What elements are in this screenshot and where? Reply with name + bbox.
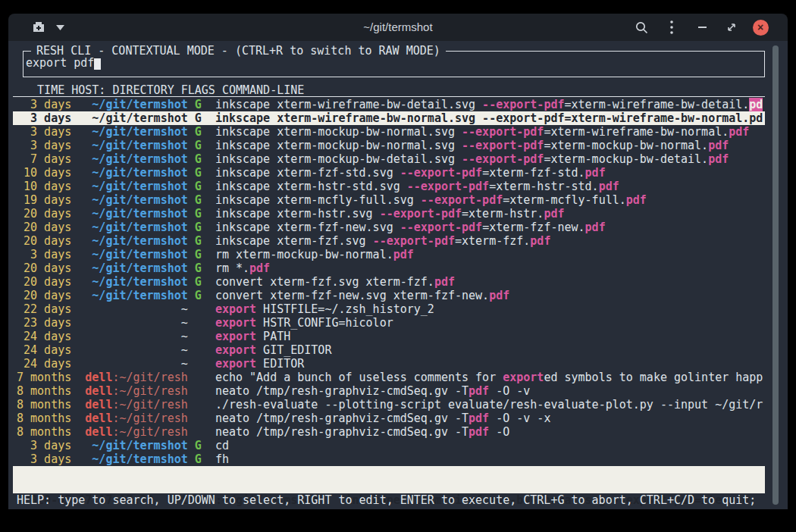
kebab-icon <box>670 20 673 34</box>
history-row[interactable]: 8 months dell:~/git/resh neato /tmp/resh… <box>13 425 765 439</box>
terminal-window: ~/git/termshot <box>8 14 788 509</box>
help-bar: HELP: type to search, UP/DOWN to select,… <box>13 493 769 507</box>
history-row[interactable]: 3 days ~/git/termshot G rm xterm-mockup-… <box>13 248 765 261</box>
history-row[interactable]: 3 days ~/git/termshot G inkscape xterm-w… <box>13 111 765 125</box>
history-row[interactable]: 22 days ~ export HISTFILE=~/.zsh_history… <box>13 302 765 316</box>
history-row[interactable]: 7 days ~/git/termshot G inkscape xterm-m… <box>13 152 765 166</box>
search-icon <box>635 20 649 35</box>
history-row[interactable]: 24 days ~ export GIT_EDITOR <box>13 343 765 357</box>
search-box-title: RESH CLI - CONTEXTUAL MODE - (CTRL+R to … <box>31 44 446 58</box>
scrollbar[interactable] <box>772 45 779 505</box>
history-row[interactable]: 10 days ~/git/termshot G inkscape xterm-… <box>13 180 765 193</box>
screenshot-root: ~/git/termshot <box>0 0 796 532</box>
history-row[interactable]: 19 days ~/git/termshot G inkscape xterm-… <box>13 193 765 207</box>
history-row[interactable]: 3 days ~/git/termshot G cd <box>13 439 765 452</box>
history-row[interactable]: 8 months dell:~/git/resh neato /tmp/resh… <box>13 412 765 425</box>
history-row[interactable]: 8 months dell:~/git/resh neato /tmp/resh… <box>13 384 765 398</box>
history-list: 3 days ~/git/termshot G inkscape xterm-w… <box>13 98 765 466</box>
history-row[interactable]: 20 days ~/git/termshot G convert xterm-f… <box>13 275 765 289</box>
status-bar: 2020-05-07 17:17:28 tower:~/git/termshot… <box>13 466 765 493</box>
history-row[interactable]: 8 months dell:~/git/resh ./resh-evaluate… <box>13 398 765 412</box>
history-row[interactable]: 10 days ~/git/termshot G inkscape xterm-… <box>13 166 765 180</box>
restore-button[interactable] <box>725 14 738 41</box>
history-row[interactable]: 3 days ~/git/termshot G inkscape xterm-w… <box>13 98 765 111</box>
history-row[interactable]: 20 days ~/git/termshot G inkscape xterm-… <box>13 234 765 248</box>
search-query: export pdf <box>26 56 94 70</box>
close-icon: × <box>753 20 769 36</box>
minimize-button[interactable] <box>697 14 709 41</box>
history-row[interactable]: 24 days ~ export EDITOR <box>13 357 765 371</box>
text-cursor <box>94 58 101 70</box>
history-row[interactable]: 20 days ~/git/termshot G rm *.pdf <box>13 261 765 275</box>
history-header: TIME HOST: DIRECTORY FLAGS COMMAND-LINE <box>13 83 765 97</box>
restore-icon <box>727 23 736 32</box>
history-row[interactable]: 3 days ~/git/termshot G fh <box>13 452 765 466</box>
history-row[interactable]: 24 days ~ export PATH <box>13 330 765 343</box>
search-box: RESH CLI - CONTEXTUAL MODE - (CTRL+R to … <box>23 51 765 77</box>
history-row[interactable]: 3 days ~/git/termshot G inkscape xterm-m… <box>13 125 765 139</box>
history-row[interactable]: 23 days ~ export HSTR_CONFIG=hicolor <box>13 316 765 330</box>
history-row[interactable]: 7 months dell:~/git/resh echo "Add a bun… <box>13 371 765 384</box>
search-button[interactable] <box>633 14 650 41</box>
history-row[interactable]: 3 days ~/git/termshot G inkscape xterm-m… <box>13 139 765 152</box>
history-row[interactable]: 20 days ~/git/termshot G convert xterm-f… <box>13 289 765 302</box>
history-row[interactable]: 20 days ~/git/termshot G inkscape xterm-… <box>13 207 765 221</box>
history-row[interactable]: 20 days ~/git/termshot G inkscape xterm-… <box>13 221 765 234</box>
minimize-icon <box>698 26 707 29</box>
terminal-content: RESH CLI - CONTEXTUAL MODE - (CTRL+R to … <box>8 41 788 509</box>
titlebar: ~/git/termshot <box>8 14 788 41</box>
close-button[interactable]: × <box>751 14 769 41</box>
menu-button[interactable] <box>666 14 677 41</box>
